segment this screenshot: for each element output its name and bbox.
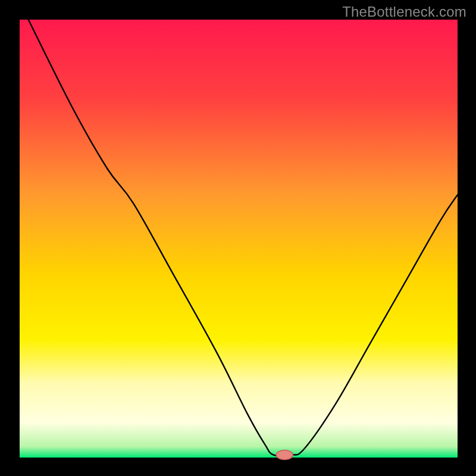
min-marker	[276, 450, 293, 460]
chart-stage: TheBottleneck.com	[0, 0, 476, 476]
watermark: TheBottleneck.com	[342, 4, 466, 20]
bottleneck-chart	[0, 0, 476, 476]
plot-area	[20, 20, 458, 458]
